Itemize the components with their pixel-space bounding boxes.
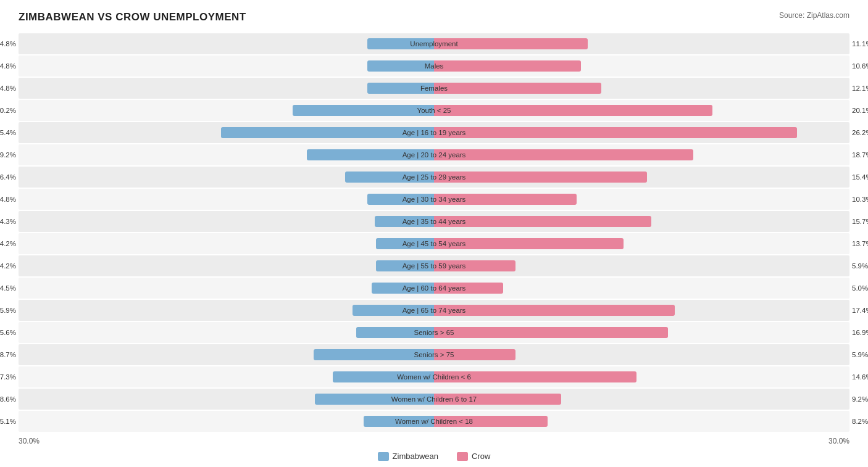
- bar-right-value: 16.9%: [852, 329, 868, 336]
- bar-row: 10.2% Youth < 25 20.1%: [19, 100, 849, 121]
- bar-inner: 8.7% Seniors > 75 5.9%: [19, 344, 849, 365]
- chart-area: 4.8% Unemployment 11.1% 4.8% Males 10: [19, 33, 849, 432]
- bar-left-value: 6.4%: [0, 173, 16, 181]
- bar-right: [434, 283, 503, 294]
- bar-right-value: 5.9%: [852, 262, 868, 270]
- bar-right: [434, 327, 668, 338]
- bar-right: [434, 38, 588, 49]
- bar-right-value: 10.6%: [852, 62, 868, 70]
- bar-left: [356, 327, 434, 338]
- bar-right-side: 26.2%: [434, 122, 849, 143]
- bar-left: [372, 283, 434, 294]
- bar-right-value: 5.0%: [852, 284, 868, 292]
- bar-row: 8.7% Seniors > 75 5.9%: [19, 344, 849, 365]
- bar-inner: 5.6% Seniors > 65 16.9%: [19, 322, 849, 343]
- bar-inner: 4.8% Females 12.1%: [19, 78, 849, 99]
- bar-row: 5.1% Women w/ Children < 18 8.2%: [19, 411, 849, 432]
- bar-row: 4.3% Age | 35 to 44 years 15.7%: [19, 211, 849, 232]
- bar-right: [434, 105, 712, 116]
- bar-inner: 4.2% Age | 45 to 54 years 13.7%: [19, 233, 849, 254]
- bar-left: [376, 238, 434, 249]
- bar-row: 7.3% Women w/ Children < 6 14.6%: [19, 366, 849, 387]
- bar-right-value: 14.6%: [852, 373, 868, 381]
- bar-right-value: 11.1%: [852, 40, 868, 48]
- bar-row: 9.2% Age | 20 to 24 years 18.7%: [19, 144, 849, 165]
- bar-row: 4.5% Age | 60 to 64 years 5.0%: [19, 278, 849, 299]
- bar-left-value: 4.8%: [0, 62, 16, 70]
- bar-right: [434, 60, 581, 72]
- bar-right-side: 10.3%: [434, 189, 849, 210]
- bar-right-value: 8.2%: [852, 418, 868, 425]
- bar-left-side: 5.6%: [19, 322, 434, 343]
- bar-right: [434, 349, 515, 360]
- bar-right: [434, 238, 624, 249]
- bar-right-side: 5.9%: [434, 255, 849, 276]
- bar-left: [375, 216, 434, 227]
- bar-left-value: 4.2%: [0, 240, 16, 247]
- bar-right-value: 5.9%: [852, 351, 868, 358]
- bar-right: [434, 305, 675, 316]
- bar-inner: 8.6% Women w/ Children 6 to 17 9.2%: [19, 389, 849, 410]
- legend-swatch-blue: [378, 452, 389, 461]
- bar-right-side: 8.2%: [434, 411, 849, 432]
- bar-left: [367, 83, 434, 94]
- bar-row: 4.8% Males 10.6%: [19, 56, 849, 76]
- bar-left-side: 5.9%: [19, 300, 434, 321]
- bar-left-side: 5.1%: [19, 411, 434, 432]
- bar-right-value: 12.1%: [852, 85, 868, 92]
- chart-container: ZIMBABWEAN VS CROW UNEMPLOYMENT Source: …: [0, 0, 868, 467]
- bar-left-value: 5.6%: [0, 329, 16, 336]
- bar-left-value: 10.2%: [0, 107, 16, 114]
- legend-label-crow: Crow: [472, 452, 490, 461]
- bar-left-value: 7.3%: [0, 373, 16, 381]
- bar-right-side: 20.1%: [434, 100, 849, 121]
- bar-left-value: 4.8%: [0, 40, 16, 48]
- bar-inner: 9.2% Age | 20 to 24 years 18.7%: [19, 144, 849, 165]
- bar-inner: 6.4% Age | 25 to 29 years 15.4%: [19, 167, 849, 188]
- bar-right-value: 10.3%: [852, 196, 868, 203]
- bar-left: [307, 149, 434, 160]
- bar-left-side: 9.2%: [19, 144, 434, 165]
- bar-left-value: 5.1%: [0, 418, 16, 425]
- bar-right: [434, 216, 651, 227]
- bar-left-value: 8.6%: [0, 395, 16, 403]
- bar-right-value: 13.7%: [852, 240, 868, 247]
- bar-left: [315, 394, 434, 405]
- legend-item-zimbabwean: Zimbabwean: [378, 452, 438, 461]
- bar-left-side: 15.4%: [19, 122, 434, 143]
- bar-row: 4.8% Females 12.1%: [19, 78, 849, 99]
- bar-left-value: 4.5%: [0, 284, 16, 292]
- bar-right-side: 9.2%: [434, 389, 849, 410]
- bar-inner: 4.8% Males 10.6%: [19, 56, 849, 76]
- bar-left: [314, 349, 434, 360]
- bar-inner: 4.8% Unemployment 11.1%: [19, 33, 849, 54]
- bar-right-side: 5.9%: [434, 344, 849, 365]
- bar-right-value: 17.4%: [852, 307, 868, 314]
- chart-title: ZIMBABWEAN VS CROW UNEMPLOYMENT: [19, 11, 246, 23]
- bar-right-side: 5.0%: [434, 278, 849, 299]
- bar-left-side: 8.6%: [19, 389, 434, 410]
- bar-left: [353, 305, 434, 316]
- bar-right-side: 18.7%: [434, 144, 849, 165]
- bar-left-value: 9.2%: [0, 151, 16, 159]
- chart-source: Source: ZipAtlas.com: [779, 11, 849, 20]
- bar-left-side: 4.8%: [19, 33, 434, 54]
- bar-row: 4.8% Age | 30 to 34 years 10.3%: [19, 189, 849, 210]
- bar-right-value: 20.1%: [852, 107, 868, 114]
- bar-inner: 4.5% Age | 60 to 64 years 5.0%: [19, 278, 849, 299]
- bar-right-side: 15.7%: [434, 211, 849, 232]
- bar-right-value: 15.4%: [852, 173, 868, 181]
- legend-label-zimbabwean: Zimbabwean: [393, 452, 438, 461]
- bar-right: [434, 194, 577, 205]
- bar-left: [345, 172, 434, 183]
- bar-right: [434, 172, 647, 183]
- bar-right-side: 14.6%: [434, 366, 849, 387]
- bar-right-side: 16.9%: [434, 322, 849, 343]
- bar-left-value: 4.8%: [0, 85, 16, 92]
- bar-left-side: 4.2%: [19, 255, 434, 276]
- bar-row: 4.2% Age | 45 to 54 years 13.7%: [19, 233, 849, 254]
- bar-row: 8.6% Women w/ Children 6 to 17 9.2%: [19, 389, 849, 410]
- bar-right-side: 15.4%: [434, 167, 849, 188]
- bar-left-value: 5.9%: [0, 307, 16, 314]
- bar-right-side: 11.1%: [434, 33, 849, 54]
